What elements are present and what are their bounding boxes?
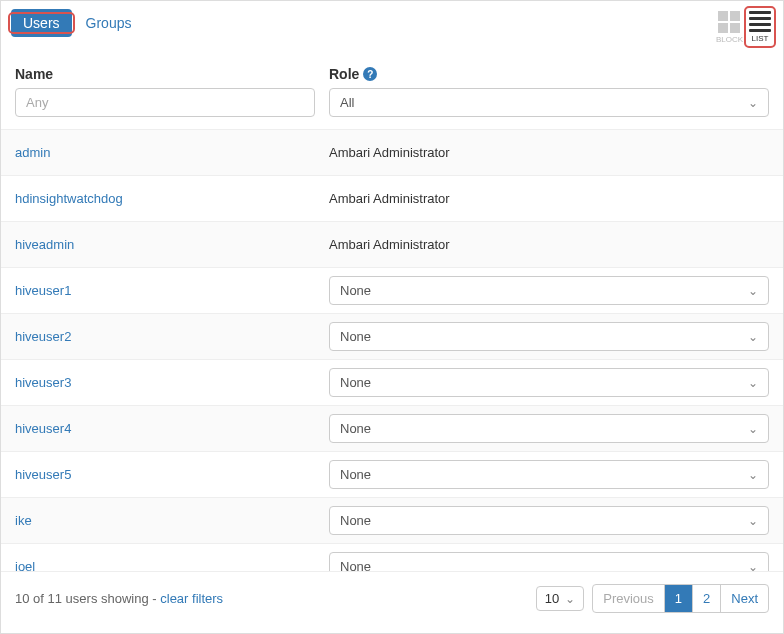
tab-users[interactable]: Users	[11, 9, 72, 37]
view-switch: BLOCK LIST	[714, 9, 773, 46]
table-row: hiveuser2None⌄	[1, 313, 783, 359]
role-select[interactable]: None⌄	[329, 414, 769, 443]
filter-role-select[interactable]: All ⌄	[329, 88, 769, 117]
chevron-down-icon: ⌄	[748, 514, 758, 528]
table-row: hdinsightwatchdogAmbari Administrator	[1, 175, 783, 221]
user-link[interactable]: hiveuser1	[15, 283, 71, 298]
view-list-button[interactable]: LIST	[747, 9, 773, 45]
filter-name-input[interactable]	[15, 88, 315, 117]
user-link[interactable]: hiveuser5	[15, 467, 71, 482]
chevron-down-icon: ⌄	[748, 422, 758, 436]
user-link[interactable]: admin	[15, 145, 50, 160]
table-row: adminAmbari Administrator	[1, 129, 783, 175]
pagination: Previous12Next	[592, 584, 769, 613]
clear-filters-link[interactable]: clear filters	[160, 591, 223, 606]
user-table: adminAmbari Administratorhdinsightwatchd…	[1, 129, 783, 589]
user-link[interactable]: ike	[15, 513, 32, 528]
user-link[interactable]: hiveuser4	[15, 421, 71, 436]
user-link[interactable]: hiveadmin	[15, 237, 74, 252]
user-link[interactable]: hiveuser2	[15, 329, 71, 344]
help-icon[interactable]: ?	[363, 67, 377, 81]
chevron-down-icon: ⌄	[748, 330, 758, 344]
user-link[interactable]: hdinsightwatchdog	[15, 191, 123, 206]
view-list-label: LIST	[752, 34, 769, 43]
user-link[interactable]: hiveuser3	[15, 375, 71, 390]
column-header-role: Role ?	[329, 66, 769, 82]
page-size-select[interactable]: 10 ⌄	[536, 586, 584, 611]
view-block-button[interactable]: BLOCK	[714, 9, 745, 46]
table-row: hiveuser3None⌄	[1, 359, 783, 405]
footer: 10 of 11 users showing - clear filters 1…	[1, 571, 783, 625]
tab-bar: Users Groups	[11, 9, 143, 37]
chevron-down-icon: ⌄	[748, 376, 758, 390]
chevron-down-icon: ⌄	[748, 96, 758, 110]
prev-button[interactable]: Previous	[593, 585, 664, 612]
table-row: hiveuser1None⌄	[1, 267, 783, 313]
chevron-down-icon: ⌄	[748, 284, 758, 298]
table-row: hiveuser4None⌄	[1, 405, 783, 451]
footer-status: 10 of 11 users showing - clear filters	[15, 591, 223, 606]
role-select[interactable]: None⌄	[329, 460, 769, 489]
chevron-down-icon: ⌄	[748, 468, 758, 482]
role-text: Ambari Administrator	[329, 141, 769, 164]
role-text: Ambari Administrator	[329, 187, 769, 210]
tab-groups[interactable]: Groups	[74, 9, 144, 37]
table-row: ikeNone⌄	[1, 497, 783, 543]
role-select[interactable]: None⌄	[329, 276, 769, 305]
grid-icon	[718, 11, 740, 33]
role-select[interactable]: None⌄	[329, 368, 769, 397]
role-select[interactable]: None⌄	[329, 506, 769, 535]
chevron-down-icon: ⌄	[565, 592, 575, 606]
column-header-name: Name	[15, 66, 315, 82]
view-block-label: BLOCK	[716, 35, 743, 44]
table-row: hiveuser5None⌄	[1, 451, 783, 497]
next-button[interactable]: Next	[720, 585, 768, 612]
role-select[interactable]: None⌄	[329, 322, 769, 351]
list-icon	[749, 11, 771, 32]
role-text: Ambari Administrator	[329, 233, 769, 256]
page-1[interactable]: 1	[664, 585, 692, 612]
table-row: hiveadminAmbari Administrator	[1, 221, 783, 267]
page-2[interactable]: 2	[692, 585, 720, 612]
